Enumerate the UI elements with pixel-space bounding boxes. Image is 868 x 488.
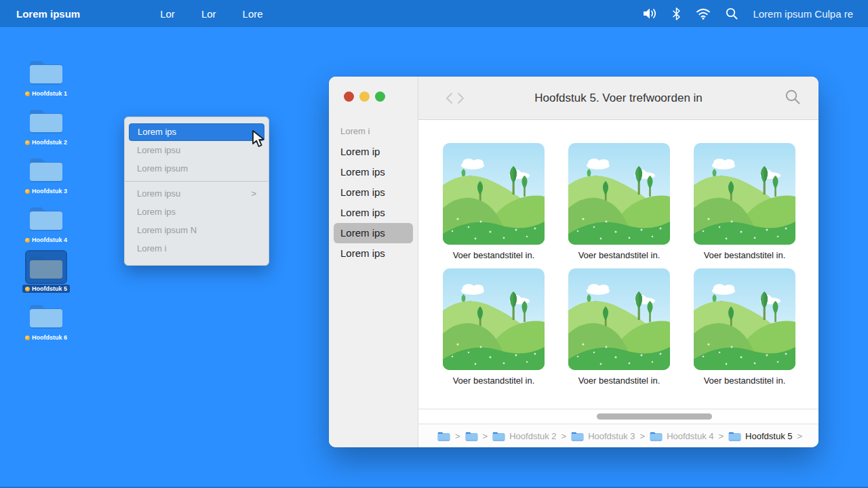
sidebar-item[interactable]: Lorem ips: [334, 162, 413, 182]
context-menu-item[interactable]: Lorem i: [129, 240, 264, 258]
menu-list: LorLorLore: [156, 5, 267, 22]
desktop-folder[interactable]: Hoofdstuk 2: [19, 105, 73, 146]
breadcrumb-folder-icon: [650, 431, 663, 441]
desktop-folder[interactable]: Hoofdstuk 4: [19, 203, 73, 244]
breadcrumb-item[interactable]: Hoofdstuk 5: [728, 431, 792, 441]
scrollbar-thumb[interactable]: [597, 413, 712, 420]
breadcrumb-separator-icon: >: [455, 431, 460, 441]
breadcrumb-folder-icon: [492, 431, 505, 441]
context-menu-item[interactable]: Lorem ipsu>: [129, 185, 264, 203]
folder-badge-icon: [25, 287, 30, 291]
finder-window: Lorem i Lorem ipLorem ipsLorem ipsLorem …: [329, 77, 818, 447]
breadcrumb-item[interactable]: Hoofdstuk 4: [650, 431, 713, 441]
breadcrumb-folder-icon: [465, 431, 478, 441]
titlebar-search-icon[interactable]: [785, 89, 801, 108]
breadcrumb-folder-icon: [571, 431, 584, 441]
close-button[interactable]: [344, 92, 354, 102]
sidebar-item[interactable]: Lorem ips: [334, 203, 413, 223]
submenu-arrow-icon: >: [251, 185, 256, 203]
breadcrumb-separator-icon: >: [719, 431, 724, 441]
sidebar-item[interactable]: Lorem ip: [334, 142, 413, 162]
context-menu-item[interactable]: Lorem ipsum: [129, 160, 264, 178]
sidebar-list: Lorem i Lorem ipLorem ipsLorem ipsLorem …: [329, 122, 418, 264]
folder-label: Hoofdstuk 5: [22, 285, 70, 293]
sidebar-item[interactable]: Lorem ips: [334, 182, 413, 203]
file-card[interactable]: Voer bestandstitel in.: [568, 143, 670, 260]
search-icon[interactable]: [726, 7, 738, 20]
breadcrumb-item[interactable]: Hoofdstuk 2: [492, 431, 556, 441]
breadcrumb-bar: > > Hoofdstuk 2> Hoofdstuk 3> Hoofdstuk …: [418, 424, 818, 447]
sidebar-item[interactable]: Lorem ips: [334, 223, 413, 243]
folder-icon: [26, 251, 66, 283]
horizontal-scrollbar: [418, 409, 818, 424]
back-icon[interactable]: [446, 92, 453, 104]
context-menu-item[interactable]: Lorem ips: [129, 203, 264, 221]
desktop-folder[interactable]: Hoofdstuk 3: [19, 154, 73, 195]
sidebar-item[interactable]: Lorem ips: [334, 243, 413, 264]
breadcrumb-label: Hoofdstuk 3: [588, 431, 635, 441]
folder-badge-icon: [25, 140, 30, 145]
minimize-button[interactable]: [359, 92, 370, 102]
menu-item[interactable]: Lore: [239, 5, 267, 22]
folder-label: Hoofdstuk 4: [22, 236, 70, 244]
folder-label: Hoofdstuk 1: [22, 89, 70, 98]
wifi-icon[interactable]: [696, 8, 711, 20]
file-card[interactable]: Voer bestandstitel in.: [694, 143, 795, 260]
breadcrumb-separator-icon: >: [483, 431, 488, 441]
file-thumbnail[interactable]: [694, 268, 795, 370]
breadcrumb-label: Hoofdstuk 5: [745, 431, 792, 441]
cursor-icon: [251, 130, 269, 151]
desktop-folder[interactable]: Hoofdstuk 5: [19, 251, 73, 293]
breadcrumb-item[interactable]: [437, 431, 450, 441]
context-menu-item[interactable]: Lorem ips: [129, 123, 264, 141]
window-title: Hoofdstuk 5. Voer trefwoorden in: [418, 92, 818, 105]
desktop-folder[interactable]: Hoofdstuk 1: [19, 56, 73, 98]
desktop-folder[interactable]: Hoofdstuk 6: [19, 300, 73, 342]
window-main: Hoofdstuk 5. Voer trefwoorden in: [418, 77, 818, 447]
folder-label: Hoofdstuk 3: [22, 187, 70, 195]
volume-icon[interactable]: [642, 7, 657, 20]
context-menu-item[interactable]: Lorem ipsu: [129, 142, 264, 159]
file-card[interactable]: Voer bestandstitel in.: [443, 143, 545, 260]
breadcrumb-separator-icon: >: [797, 431, 802, 441]
file-thumbnail[interactable]: [443, 268, 545, 370]
file-card[interactable]: Voer bestandstitel in.: [568, 268, 670, 386]
folder-label: Hoofdstuk 6: [22, 333, 70, 342]
context-menu-item[interactable]: Lorem ipsum N: [129, 222, 264, 239]
bluetooth-icon[interactable]: [672, 7, 681, 20]
menu-item[interactable]: Lor: [197, 5, 220, 22]
file-caption: Voer bestandstitel in.: [568, 375, 670, 386]
nav-buttons: [446, 92, 465, 104]
file-card[interactable]: Voer bestandstitel in.: [443, 268, 545, 386]
app-title: Lorem ipsum: [16, 8, 80, 20]
breadcrumb-item[interactable]: [465, 431, 478, 441]
folder-label: Hoofdstuk 2: [22, 138, 70, 146]
menu-divider: [125, 181, 269, 182]
file-caption: Voer bestandstitel in.: [568, 250, 670, 260]
menu-item[interactable]: Lor: [156, 5, 179, 22]
folder-badge-icon: [25, 189, 30, 194]
file-thumbnail[interactable]: [568, 268, 670, 370]
folder-icon: [26, 105, 66, 136]
breadcrumb-item[interactable]: Hoofdstuk 3: [571, 431, 635, 441]
file-thumbnail[interactable]: [443, 143, 545, 245]
folder-icon: [28, 253, 64, 281]
status-area: Lorem ipsum Culpa re: [642, 7, 853, 20]
file-card[interactable]: Voer bestandstitel in.: [694, 268, 795, 386]
file-thumbnail[interactable]: [694, 143, 795, 245]
sidebar-section-header: Lorem i: [329, 122, 418, 142]
folder-icon: [26, 154, 66, 185]
file-thumbnail[interactable]: [568, 143, 670, 245]
folder-badge-icon: [25, 238, 30, 243]
zoom-button[interactable]: [375, 92, 385, 102]
file-caption: Voer bestandstitel in.: [694, 250, 795, 260]
status-text: Lorem ipsum Culpa re: [753, 8, 853, 20]
file-caption: Voer bestandstitel in.: [443, 375, 545, 386]
folder-icon: [28, 302, 64, 329]
breadcrumb-label: Hoofdstuk 4: [667, 431, 713, 441]
file-caption: Voer bestandstitel in.: [694, 375, 795, 386]
window-sidebar: Lorem i Lorem ipLorem ipsLorem ipsLorem …: [329, 77, 418, 447]
file-caption: Voer bestandstitel in.: [443, 250, 545, 260]
folder-badge-icon: [25, 92, 30, 96]
forward-icon[interactable]: [457, 92, 465, 104]
